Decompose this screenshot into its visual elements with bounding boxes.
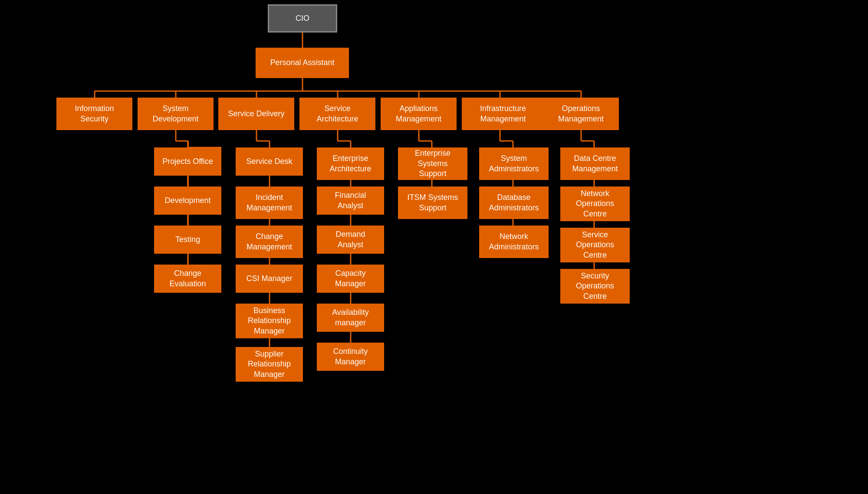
connector-lines — [0, 0, 868, 494]
testing-node: Testing — [154, 226, 221, 254]
svc-desk-label: Service Desk — [246, 157, 292, 167]
dc-mgmt-label: Data Centre Management — [566, 154, 624, 174]
svc-del-node: Service Delivery — [218, 98, 294, 130]
svc-arch-label: Service Architecture — [305, 104, 370, 124]
infra-mgmt-label: Infrastructure Management — [467, 104, 539, 124]
org-chart: CIO Personal Assistant Information Secur… — [0, 0, 868, 494]
change-eval-label: Change Evaluation — [160, 268, 216, 289]
infra-mgmt-node: Infrastructure Management — [462, 98, 544, 130]
continuity-mgr-node: Continuity Manager — [317, 343, 384, 371]
brm-node: Business Relationship Manager — [236, 304, 303, 338]
proj-office-label: Projects Office — [162, 157, 213, 167]
ent-arch-node: Enterprise Architecture — [317, 147, 384, 180]
app-mgmt-node: Appliations Management — [381, 98, 457, 130]
incident-mgmt-label: Incident Management — [241, 193, 297, 213]
change-eval-node: Change Evaluation — [154, 265, 221, 293]
sys-dev-node: System Development — [138, 98, 214, 130]
csi-mgr-label: CSI Manager — [246, 274, 292, 284]
change-mgmt-node: Change Management — [236, 226, 303, 258]
ent-sys-sup-label: Enterprise Systems Support — [404, 148, 462, 179]
pa-label: Personal Assistant — [270, 58, 334, 68]
db-admins-node: Database Administrators — [479, 186, 549, 219]
dc-mgmt-node: Data Centre Management — [560, 147, 630, 180]
soc-sec-label: Security Operations Centre — [566, 271, 624, 301]
ops-mgmt-label: Operations Management — [549, 104, 613, 124]
demand-analyst-node: Demand Analyst — [317, 226, 384, 254]
cio-label: CIO — [296, 13, 309, 23]
testing-label: Testing — [175, 235, 200, 245]
proj-office-node: Projects Office — [154, 147, 221, 176]
avail-mgr-label: Availability manager — [322, 308, 378, 328]
dev-label: Development — [164, 196, 210, 206]
net-admins-node: Network Administrators — [479, 226, 549, 258]
noc-label: Network Operations Centre — [566, 189, 624, 219]
net-admins-label: Network Administrators — [485, 232, 543, 252]
srm-label: Supplier Relationship Manager — [241, 349, 297, 379]
brm-label: Business Relationship Manager — [241, 306, 297, 336]
sys-admins-node: System Administrators — [479, 147, 549, 180]
fin-analyst-label: Financial Analyst — [322, 190, 378, 211]
soc-sec-node: Security Operations Centre — [560, 269, 630, 304]
db-admins-label: Database Administrators — [485, 193, 543, 213]
avail-mgr-node: Availability manager — [317, 304, 384, 332]
demand-analyst-label: Demand Analyst — [322, 229, 378, 250]
svc-del-label: Service Delivery — [228, 109, 284, 119]
ent-arch-label: Enterprise Architecture — [322, 154, 378, 174]
pa-node: Personal Assistant — [256, 48, 349, 78]
itsm-sys-sup-label: ITSM Systems Support — [404, 193, 462, 213]
capacity-mgr-label: Capacity Manager — [322, 268, 378, 289]
app-mgmt-label: Appliations Management — [386, 104, 451, 124]
continuity-mgr-label: Continuity Manager — [322, 347, 378, 367]
change-mgmt-label: Change Management — [241, 232, 297, 252]
fin-analyst-node: Financial Analyst — [317, 186, 384, 215]
ent-sys-sup-node: Enterprise Systems Support — [398, 147, 467, 180]
sys-admins-label: System Administrators — [485, 154, 543, 174]
svc-arch-node: Service Architecture — [299, 98, 375, 130]
capacity-mgr-node: Capacity Manager — [317, 265, 384, 293]
soc-svc-node: Service Operations Centre — [560, 228, 630, 262]
sys-dev-label: System Development — [143, 104, 208, 124]
incident-mgmt-node: Incident Management — [236, 186, 303, 219]
srm-node: Supplier Relationship Manager — [236, 347, 303, 382]
dev-node: Development — [154, 186, 221, 215]
info-sec-label: Information Security — [62, 104, 127, 124]
csi-mgr-node: CSI Manager — [236, 265, 303, 293]
info-sec-node: Information Security — [56, 98, 132, 130]
itsm-sys-sup-node: ITSM Systems Support — [398, 186, 467, 219]
svc-desk-node: Service Desk — [236, 147, 303, 176]
noc-node: Network Operations Centre — [560, 186, 630, 221]
cio-node: CIO — [268, 4, 337, 33]
ops-mgmt-node: Operations Management — [543, 98, 619, 130]
soc-svc-label: Service Operations Centre — [566, 230, 624, 260]
